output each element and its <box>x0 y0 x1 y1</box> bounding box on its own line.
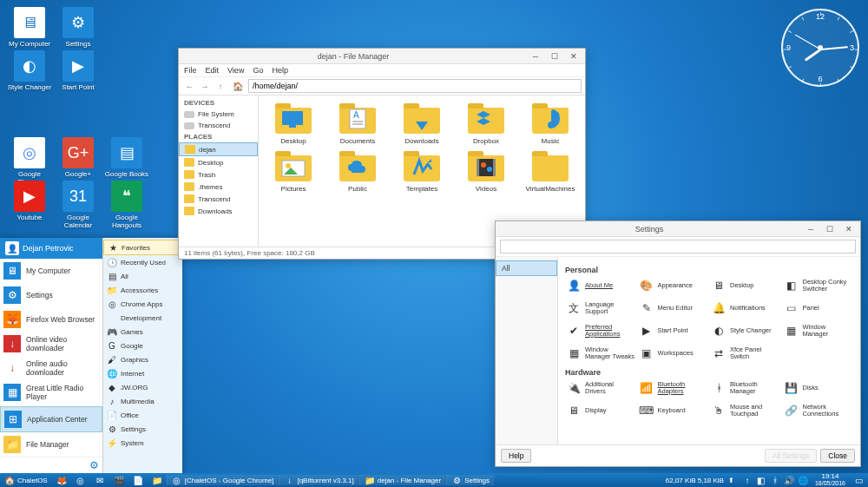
settings-item[interactable]: 🖥Desktop <box>710 276 781 295</box>
desktop-icon-start-point[interactable]: ▶Start Point <box>56 50 101 91</box>
category-all[interactable]: All <box>496 260 557 276</box>
maximize-button[interactable]: ☐ <box>545 50 564 63</box>
maximize-button[interactable]: ☐ <box>820 223 839 235</box>
settings-item[interactable]: ◧Desktop Conky Switcher <box>783 276 854 295</box>
application-center[interactable]: ⊞ Application Center <box>0 406 102 432</box>
desktop-icon-google-hangouts[interactable]: ❝Google Hangouts <box>104 181 149 229</box>
home-icon[interactable]: 🏠 <box>231 80 245 92</box>
settings-item[interactable]: ⌨Keyboard <box>638 401 709 420</box>
settings-item[interactable]: ◐Style Changer <box>710 321 781 340</box>
folder-item[interactable]: Desktop <box>262 102 325 147</box>
clock[interactable]: 19:14 18/05/2016 <box>812 473 849 487</box>
settings-item[interactable]: 🖥Display <box>565 401 636 420</box>
path-input[interactable] <box>248 79 582 93</box>
back-button[interactable]: ← <box>182 80 196 92</box>
category-item[interactable]: 🌐Internet <box>103 366 182 380</box>
settings-item[interactable]: 🖱Mouse and Touchpad <box>710 401 781 420</box>
category-item[interactable]: ▤All <box>103 269 182 283</box>
menu-item[interactable]: 🦊Firefox Web Browser <box>0 307 102 332</box>
power-icon[interactable]: ⚙ <box>89 459 99 471</box>
task-button[interactable]: ◎[ChaletOS - Google Chrome] <box>167 475 279 485</box>
folder-item[interactable]: Downloads <box>391 102 453 147</box>
start-button[interactable]: 🏠ChaletOS <box>0 473 52 487</box>
category-item[interactable]: ★Favorites <box>103 240 182 255</box>
close-button[interactable]: Close <box>820 449 855 463</box>
menu-item[interactable]: 🖥My Computer <box>0 259 102 283</box>
launcher[interactable]: 🦊 <box>52 475 71 485</box>
category-item[interactable]: GGoogle <box>103 339 182 352</box>
menu-help[interactable]: Help <box>272 66 288 75</box>
menu-view[interactable]: View <box>227 66 244 75</box>
settings-item[interactable]: 🎨Appearance <box>638 276 709 295</box>
launcher[interactable]: 📁 <box>148 475 167 485</box>
folder-item[interactable]: Pictures <box>262 150 325 194</box>
settings-item[interactable]: 💾Disks <box>783 378 854 398</box>
place-item[interactable]: .themes <box>179 181 258 193</box>
desktop-icon-youtube[interactable]: ▶Youtube <box>7 181 52 221</box>
tray-icon[interactable]: 🔊 <box>784 475 794 485</box>
settings-item[interactable]: ▭Panel <box>783 299 854 318</box>
launcher[interactable]: 🎬 <box>109 475 128 485</box>
place-item[interactable]: Transcend <box>179 193 258 205</box>
task-button[interactable]: ⚙Settings <box>446 475 495 485</box>
settings-item[interactable]: 📶Bluetooth Adapters <box>638 378 709 398</box>
up-button[interactable]: ↑ <box>214 80 227 92</box>
category-item[interactable]: ◆JW.ORG <box>103 380 182 394</box>
minimize-button[interactable]: ─ <box>526 50 545 63</box>
category-item[interactable]: ♪Multimedia <box>103 394 182 408</box>
settings-item[interactable]: ⇄Xfce Panel Switch <box>710 344 781 363</box>
menu-edit[interactable]: Edit <box>206 66 220 75</box>
settings-item[interactable]: 🔔Notifications <box>710 299 781 318</box>
help-button[interactable]: Help <box>501 449 531 463</box>
category-item[interactable]: ⚙Settings <box>103 422 182 436</box>
menu-item[interactable]: ↓Online video downloader <box>0 332 102 356</box>
place-item[interactable]: dejan <box>179 142 258 156</box>
category-item[interactable]: 🖌Graphics <box>103 352 182 366</box>
all-settings-button[interactable]: All Settings <box>765 449 818 463</box>
file-manager-shortcut[interactable]: 📁 File Manager <box>0 432 102 457</box>
user-header[interactable]: 👤 Dejan Petrovic <box>0 238 102 259</box>
settings-item[interactable]: ✔Preferred Applications <box>565 321 636 340</box>
settings-item[interactable]: 🔗Network Connections <box>783 401 854 420</box>
minimize-button[interactable]: ─ <box>801 223 820 235</box>
desktop-icon-google-chrome[interactable]: ◎Google Chrome <box>7 137 52 186</box>
folder-item[interactable]: ADocuments <box>326 102 389 147</box>
desktop-icon-style-changer[interactable]: ◐Style Changer <box>7 50 52 91</box>
show-desktop[interactable]: ▭ <box>849 473 868 487</box>
menu-go[interactable]: Go <box>253 66 263 75</box>
settings-item[interactable]: ᚼBluetooth Manager <box>710 378 781 398</box>
tray-icon[interactable]: 🌐 <box>798 475 808 485</box>
place-item[interactable]: Downloads <box>179 205 258 217</box>
launcher[interactable]: ◎ <box>71 475 90 485</box>
desktop-icon-my-computer[interactable]: 🖥My Computer <box>7 7 52 48</box>
category-item[interactable]: ◎Chrome Apps <box>103 297 182 311</box>
folder-item[interactable]: VirtualMachines <box>519 150 582 194</box>
tray-icon[interactable]: ↑ <box>742 475 753 485</box>
menu-item[interactable]: ↓Online audio downloader <box>0 356 102 380</box>
folder-item[interactable]: Music <box>519 102 582 147</box>
settings-item[interactable]: ▦Window Manager <box>783 321 854 340</box>
device-item[interactable]: Transcend <box>179 120 258 131</box>
category-item[interactable]: 📁Accessories <box>103 283 182 297</box>
folder-item[interactable]: Videos <box>455 150 517 194</box>
menu-file[interactable]: File <box>184 66 197 75</box>
task-button[interactable]: 📁dejan - File Manager <box>359 475 446 485</box>
category-item[interactable]: 🕓Recently Used <box>103 255 182 269</box>
device-item[interactable]: File System <box>179 109 258 120</box>
forward-button[interactable]: → <box>198 80 212 92</box>
category-item[interactable]: 🎮Games <box>103 325 182 339</box>
menu-item[interactable]: ▦Great Little Radio Player <box>0 380 102 405</box>
settings-item[interactable]: ✎Menu Editor <box>638 299 709 318</box>
place-item[interactable]: Desktop <box>179 156 258 168</box>
close-button[interactable]: ✕ <box>564 50 583 63</box>
settings-item[interactable]: 文Language Support <box>565 299 636 318</box>
settings-item[interactable]: 👤About Me <box>565 276 636 295</box>
settings-item[interactable]: ▣Workspaces <box>638 344 709 363</box>
category-item[interactable]: 📄Office <box>103 408 182 422</box>
desktop-icon-settings[interactable]: ⚙Settings <box>56 7 101 48</box>
desktop-icon-google-plus[interactable]: G+Google+ <box>56 137 101 178</box>
tray-icon[interactable]: ◧ <box>756 475 766 485</box>
close-button[interactable]: ✕ <box>839 223 858 235</box>
tray-icon[interactable]: ᚼ <box>770 475 780 485</box>
settings-item[interactable]: ▶Start Point <box>638 321 709 340</box>
